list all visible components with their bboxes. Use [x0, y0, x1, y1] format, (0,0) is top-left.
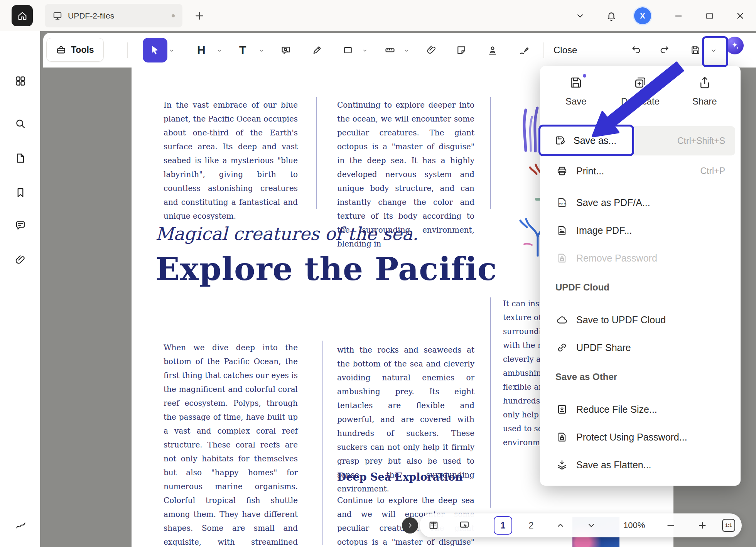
toolbox-icon	[56, 45, 66, 55]
sidebar-item-search[interactable]	[15, 118, 26, 130]
updf-share-menu-item[interactable]: UPDF Share	[545, 335, 735, 360]
shapes-tool-dropdown[interactable]	[362, 47, 368, 54]
close-edit-mode-button[interactable]: Close	[554, 33, 577, 68]
presentation-icon	[459, 520, 470, 531]
page-2-button[interactable]: 2	[522, 516, 540, 535]
image-pdf-menu-item[interactable]: Image PDF...	[545, 218, 735, 243]
text-tool-dropdown[interactable]	[258, 47, 265, 54]
heading-tool-dropdown[interactable]	[216, 47, 223, 54]
heading-tool-button[interactable]: H	[197, 33, 206, 68]
stamp-tool-button[interactable]	[487, 45, 498, 56]
ai-assistant-button[interactable]	[726, 37, 744, 54]
remove-password-menu-item: Remove Password	[545, 246, 735, 270]
chevron-down-icon	[258, 47, 265, 54]
sticker-tool-button[interactable]	[456, 45, 467, 56]
pen-tool-button[interactable]	[312, 45, 322, 56]
link-icon	[556, 342, 568, 353]
fit-actual-size-button[interactable]: 1:1	[722, 519, 735, 532]
doc-paragraph: When we dive deep into the bottom of the…	[164, 341, 298, 547]
chevron-down-icon	[403, 47, 410, 54]
floppy-icon	[569, 75, 583, 90]
previous-page-button[interactable]	[555, 520, 566, 531]
next-page-button[interactable]	[586, 520, 597, 531]
reader-view-button[interactable]	[428, 520, 439, 531]
monitor-icon	[52, 11, 62, 21]
close-icon	[735, 11, 745, 21]
save-as-flatten-menu-item[interactable]: Save as Flatten...	[545, 452, 735, 477]
shapes-tool-button[interactable]	[343, 45, 353, 56]
menu-action-share[interactable]: Share	[672, 75, 737, 107]
attachment-tool-button[interactable]	[426, 45, 437, 56]
zoom-in-button[interactable]	[697, 520, 708, 531]
sidebar-item-comments[interactable]	[15, 219, 26, 231]
save-as-menu-item[interactable]: Save as...	[538, 125, 634, 156]
menu-action-save[interactable]: Save	[544, 75, 608, 107]
maximize-button[interactable]	[704, 10, 715, 22]
reader-view-icon	[428, 520, 439, 531]
presentation-button[interactable]	[459, 520, 470, 531]
signature-tool-button[interactable]	[519, 45, 530, 56]
sidebar-item-apps[interactable]	[15, 75, 26, 87]
minimize-button[interactable]	[673, 10, 684, 22]
redo-icon	[659, 45, 670, 56]
protect-password-menu-item[interactable]: Protect Using Password...	[545, 425, 735, 449]
menu-action-duplicate[interactable]: Duplicate	[608, 75, 673, 107]
page-1-button[interactable]: 1	[494, 516, 512, 535]
print-menu-item[interactable]: Print... Ctrl+P	[545, 159, 735, 183]
minimize-icon	[673, 11, 683, 21]
reduce-file-size-menu-item[interactable]: Reduce File Size...	[545, 397, 735, 422]
tools-button[interactable]: Tools	[46, 38, 104, 62]
left-sidebar	[0, 31, 40, 547]
flatten-layers-icon	[556, 459, 568, 471]
chevron-right-icon	[406, 521, 414, 530]
new-tab-button[interactable]	[194, 10, 205, 22]
titlebar: UPDF-2-files X	[0, 0, 756, 31]
sidebar-item-bookmarks[interactable]	[15, 187, 26, 198]
plus-icon	[194, 10, 205, 22]
sidebar-item-thumbnails[interactable]	[15, 152, 26, 164]
save-dropdown-button[interactable]	[710, 47, 716, 53]
doc-title: Explore the Pacific	[155, 250, 497, 287]
menu-section-updf-cloud: UPDF Cloud	[555, 282, 609, 293]
save-as-icon	[554, 135, 566, 146]
share-icon	[697, 75, 712, 90]
signature-pen-icon	[519, 45, 530, 56]
search-icon	[15, 118, 26, 130]
protect-lock-icon	[556, 431, 568, 443]
undo-icon	[631, 45, 642, 56]
chevron-up-icon	[555, 520, 565, 530]
chevron-down-icon	[216, 47, 223, 54]
save-button[interactable]	[690, 45, 701, 56]
undo-button[interactable]	[631, 45, 642, 56]
save-as-pdfa-menu-item[interactable]: Save as PDF/A...	[545, 190, 735, 215]
plus-icon	[697, 520, 707, 530]
sidebar-item-signature[interactable]	[15, 519, 26, 530]
comment-icon	[15, 219, 26, 231]
chevron-down-icon	[575, 11, 585, 21]
close-window-button[interactable]	[734, 10, 746, 22]
divider	[127, 42, 128, 58]
paperclip-icon	[426, 45, 437, 56]
column-divider	[322, 341, 323, 545]
zoom-out-button[interactable]	[666, 520, 677, 531]
select-tool-dropdown[interactable]	[169, 47, 175, 54]
password-lock-icon	[556, 252, 568, 264]
save-to-updf-cloud-menu-item[interactable]: Save to UPDF Cloud	[545, 307, 735, 332]
print-shortcut: Ctrl+P	[700, 166, 725, 176]
expand-pagebar-button[interactable]	[402, 517, 418, 533]
document-tab[interactable]: UPDF-2-files	[45, 4, 182, 27]
home-button[interactable]	[12, 5, 33, 26]
redo-button[interactable]	[659, 45, 670, 56]
text-tool-button[interactable]: T	[239, 33, 246, 68]
collapse-tabs-button[interactable]	[574, 10, 586, 22]
comment-tool-button[interactable]	[280, 45, 291, 56]
ruler-icon	[385, 45, 395, 56]
pen-icon	[312, 45, 322, 56]
select-tool-button[interactable]	[143, 38, 167, 62]
notifications-button[interactable]	[606, 10, 617, 22]
measure-tool-dropdown[interactable]	[403, 47, 410, 54]
measure-tool-button[interactable]	[385, 45, 395, 56]
minus-icon	[666, 520, 676, 530]
sidebar-item-attachments[interactable]	[15, 254, 26, 266]
avatar[interactable]: X	[634, 7, 651, 24]
